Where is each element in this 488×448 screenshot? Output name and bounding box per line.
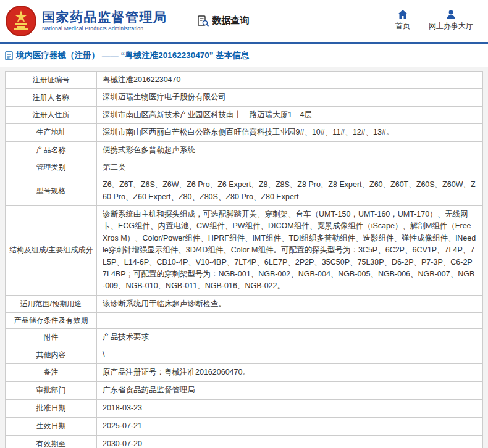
row-value: 深圳市南山区高新技术产业园区科技南十二路迈瑞大厦1—4层: [97, 106, 483, 123]
table-row: 批准日期 2018-03-23: [6, 399, 483, 417]
row-label: 生产地址: [6, 124, 97, 141]
table-row: 生产地址 深圳市南山区西丽白芒松白公路东侧百旺信高科技工业园9#、10#、11#…: [6, 124, 483, 141]
row-value: 诊断系统由主机和探头组成，可选配脚踏开关、穿刺架、台车（UMT-150，UMT-…: [97, 206, 483, 296]
row-value: 原产品注册证号：粤械注准20162060470。: [97, 363, 483, 381]
row-value: 产品技术要求: [97, 329, 483, 346]
row-label: 注册证编号: [6, 72, 97, 89]
row-value: 深圳迈瑞生物医疗电子股份有限公司: [97, 89, 483, 106]
nav-service-hall[interactable]: 网上办事大厅: [429, 10, 473, 31]
row-label: 结构及组成/主要组成成分: [6, 206, 97, 296]
table-row: 有效期至 2030-07-20: [6, 435, 483, 448]
table-row: 管理类别 第二类: [6, 159, 483, 176]
table-row: 注册人名称 深圳迈瑞生物医疗电子股份有限公司: [6, 89, 483, 106]
table-row: 型号规格 Z6、Z6T、Z6S、Z6W、Z6 Pro、Z6 Expert、Z8、…: [6, 176, 483, 206]
row-value: 该诊断系统用于临床超声诊断检查。: [97, 295, 483, 312]
home-icon: [398, 10, 408, 19]
row-label: 型号规格: [6, 176, 97, 206]
row-label: 审批部门: [6, 381, 97, 399]
document-icon: [5, 51, 13, 60]
row-value: 深圳市南山区西丽白芒松白公路东侧百旺信高科技工业园9#、10#、11#、12#、…: [97, 124, 483, 141]
table-row: 产品储存条件及有效期: [6, 313, 483, 329]
page-title: 境内医疗器械（注册） —— “粤械注准20162230470” 基本信息: [16, 50, 249, 61]
row-label: 生效日期: [6, 417, 97, 435]
row-label: 附件: [6, 329, 97, 346]
table-row: 审批部门 广东省食品药品监督管理局: [6, 381, 483, 399]
table-row: 结构及组成/主要组成成分 诊断系统由主机和探头组成，可选配脚踏开关、穿刺架、台车…: [6, 206, 483, 296]
row-label: 注册人住所: [6, 106, 97, 123]
row-label: 批准日期: [6, 399, 97, 417]
row-label: 有效期至: [6, 435, 97, 448]
row-label: 产品储存条件及有效期: [6, 313, 97, 329]
table-row: 备注 原产品注册证号：粤械注准20162060470。: [6, 363, 483, 381]
row-value: 2025-07-21: [97, 417, 483, 435]
person-icon: [446, 10, 456, 19]
row-label: 适用范围/预期用途: [6, 295, 97, 312]
row-value: 广东省食品药品监督管理局: [97, 381, 483, 399]
row-label: 注册人名称: [6, 89, 97, 106]
table-row: 附件 产品技术要求: [6, 329, 483, 346]
site-header: 国家药品监督管理局 National Medical Products Admi…: [0, 0, 488, 44]
national-emblem-icon: [5, 5, 37, 37]
row-value: 2018-03-23: [97, 399, 483, 417]
table-row: 注册证编号 粤械注准20162230470: [6, 72, 483, 89]
nav-service-hall-label: 网上办事大厅: [429, 21, 473, 31]
data-query-icon: [197, 15, 209, 27]
nav-home-label: 首页: [395, 21, 410, 31]
row-value: 便携式彩色多普勒超声系统: [97, 141, 483, 159]
site-logo[interactable]: 国家药品监督管理局 National Medical Products Admi…: [5, 5, 167, 37]
org-name-cn: 国家药品监督管理局: [42, 10, 167, 24]
row-label: 其他内容: [6, 346, 97, 363]
row-value: Z6、Z6T、Z6S、Z6W、Z6 Pro、Z6 Expert、Z8、Z8S、Z…: [97, 176, 483, 206]
table-row: 适用范围/预期用途 该诊断系统用于临床超声诊断检查。: [6, 295, 483, 312]
row-value: [97, 313, 483, 329]
row-label: 产品名称: [6, 141, 97, 159]
row-value: 第二类: [97, 159, 483, 176]
org-name-en: National Medical Products Administration: [42, 26, 167, 31]
row-value: 2030-07-20: [97, 435, 483, 448]
table-row: 产品名称 便携式彩色多普勒超声系统: [6, 141, 483, 159]
page-title-bar: 境内医疗器械（注册） —— “粤械注准20162230470” 基本信息: [0, 44, 488, 67]
table-row: 生效日期 2025-07-21: [6, 417, 483, 435]
table-row: 注册人住所 深圳市南山区高新技术产业园区科技南十二路迈瑞大厦1—4层: [6, 106, 483, 123]
table-row: 其他内容 \: [6, 346, 483, 363]
registration-info-table: 注册证编号 粤械注准20162230470 注册人名称 深圳迈瑞生物医疗电子股份…: [0, 67, 488, 448]
nav-data-query-label: 数据查询: [212, 15, 250, 27]
row-label: 备注: [6, 363, 97, 381]
row-value: 粤械注准20162230470: [97, 72, 483, 89]
row-label: 管理类别: [6, 159, 97, 176]
row-value: \: [97, 346, 483, 363]
nav-data-query[interactable]: 数据查询: [197, 15, 250, 27]
nav-home[interactable]: 首页: [395, 10, 410, 31]
